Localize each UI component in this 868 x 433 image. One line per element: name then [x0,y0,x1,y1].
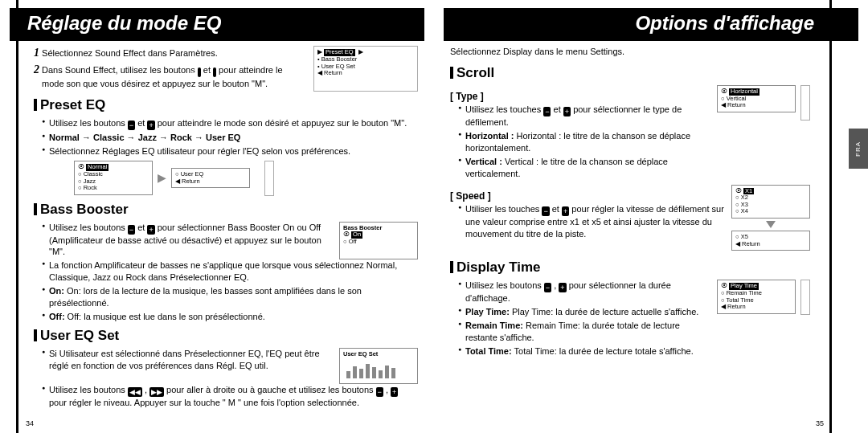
step-2: 2 Dans Sound Effect, utilisez les bouton… [34,63,307,90]
scroll-heading: Scroll [450,64,810,83]
minus-icon: − [198,67,201,77]
minus-icon: − [543,107,551,116]
user-eq-screen: User EQ Set [339,348,418,384]
type-menu-screen: ⦿ Horizontal ○ Vertical ◀ Return [717,85,796,112]
bass-booster-bullets-cont: La fonction Amplificateur de basses ne s… [34,259,418,322]
plus-icon: + [559,283,566,292]
preset-eq-heading: Preset EQ [34,96,418,115]
next-icon: ▶▶ [149,387,164,397]
scroll-speed-bullets: Utiliser les touches − et + pour régler … [450,203,725,240]
preset-menu-a: ⦿ Normal ○ Classic ○ Jazz ○ Rock [74,161,153,195]
type-label: [ Type ] [450,90,710,103]
right-margin-rule [829,0,832,433]
left-page: Réglage du mode EQ 1 Sélectionnez Sound … [0,0,434,433]
speed-label: [ Speed ] [450,190,725,202]
left-margin-rule [16,0,18,433]
step-1: 1 Sélectionnez Sound Effect dans Paramèt… [34,46,307,61]
minus-icon: − [376,387,383,397]
right-intro: Sélectionnez Display dans le menu Settin… [450,46,810,58]
right-arrow-icon: ▶ [158,170,166,186]
minus-icon: − [128,121,135,130]
bass-menu-screen: Bass Booster ⦿ On ○ Off [339,222,418,260]
speed-menu-b: ○ X5 ◀ Return [731,231,810,251]
down-arrow-icon [766,221,776,228]
minus-icon: − [128,225,135,235]
plus-icon: + [147,121,154,130]
minus-icon: − [542,206,549,216]
scroll-type-bullets: Utilisez les touches − et + pour sélecti… [450,104,710,179]
plus-icon: + [391,387,398,397]
display-time-bullets: Utilisez les boutons − , + pour sélectio… [450,280,710,358]
user-eq-heading: User EQ Set [34,327,418,345]
preset-eq-bullets: Utilisez les boutons − et + pour atteind… [34,117,418,157]
left-title: Réglage du mode EQ [10,8,424,41]
bass-booster-heading: Bass Booster [34,201,418,219]
language-tab: FRA [849,129,868,169]
plus-icon: + [563,107,571,116]
plus-icon: + [147,225,154,235]
preset-menu-b: ○ User EQ ◀ Return [171,168,250,188]
right-title: Options d'affichage [444,8,858,41]
top-menu-screen: ▶ Preset EQ ▶ • Bass Booster • User EQ S… [313,46,418,92]
display-time-menu: ⦿ Play Time ○ Remain Time ○ Total Time ◀… [717,280,796,314]
right-page-number: 35 [816,419,824,428]
device-outline [264,161,274,196]
right-page: FRA Options d'affichage Sélectionnez Dis… [434,0,868,433]
left-page-number: 34 [26,419,34,428]
plus-icon: + [562,206,569,216]
device-outline [800,280,810,315]
plus-icon: + [213,67,216,77]
prev-icon: ◀◀ [128,387,142,397]
user-eq-bullets: Si Utilisateur est sélectionné dans Prés… [34,348,333,384]
minus-icon: − [544,283,551,292]
bass-booster-bullets: Utilisez les boutons − et + pour sélecti… [34,222,333,260]
page-spread: Réglage du mode EQ 1 Sélectionnez Sound … [0,0,868,433]
user-eq-bullets-cont: Utilisez les boutons ◀◀ , ▶▶ pour aller … [34,384,418,409]
speed-menu-a: ⦿ X1 ○ X2 ○ X3 ○ X4 [731,185,810,219]
device-outline [800,85,810,121]
display-time-heading: Display Time [450,259,810,277]
